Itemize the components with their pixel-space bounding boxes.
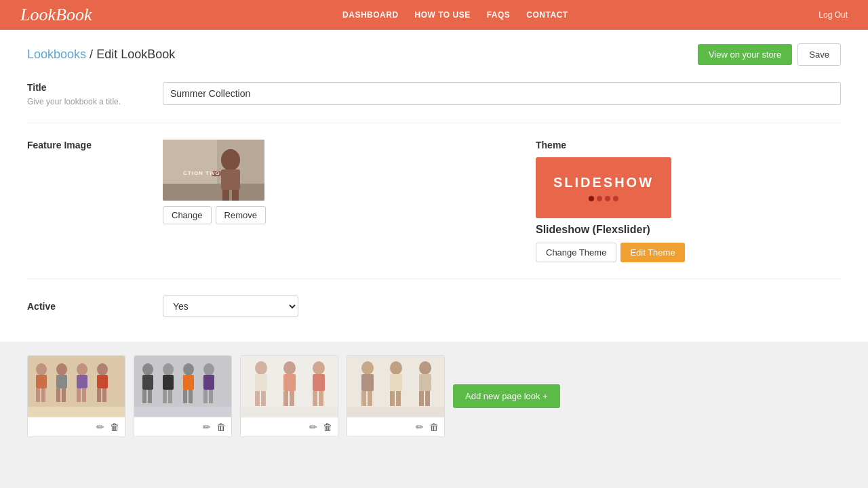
svg-rect-37	[183, 375, 194, 390]
svg-rect-12	[36, 388, 40, 402]
theme-dot-4	[613, 196, 618, 201]
title-input[interactable]	[163, 82, 841, 105]
svg-rect-21	[82, 388, 86, 402]
nav-contact[interactable]: CONTACT	[526, 10, 568, 20]
title-label: Title	[27, 82, 163, 93]
svg-rect-39	[189, 390, 193, 403]
delete-icon-4[interactable]: 🗑	[429, 422, 439, 432]
svg-rect-49	[261, 391, 266, 406]
theme-section: Theme SLIDESHOW Slideshow (Flexslider) C…	[536, 140, 841, 262]
feature-image-section: Feature Image	[27, 140, 536, 224]
svg-rect-20	[77, 388, 81, 402]
feature-image-thumbnail: CTION TWO	[163, 140, 264, 201]
main-content: Lookbooks / Edit LookBook View on your s…	[0, 30, 868, 342]
svg-point-68	[419, 361, 431, 375]
thumb-card-2: ✏ 🗑	[134, 355, 232, 437]
svg-point-60	[361, 361, 374, 375]
svg-point-18	[77, 363, 87, 375]
save-button[interactable]: Save	[797, 43, 841, 66]
svg-point-54	[313, 361, 325, 375]
svg-rect-34	[163, 390, 167, 403]
logo: LookBook	[20, 5, 92, 25]
svg-rect-52	[283, 391, 288, 406]
svg-rect-16	[56, 388, 60, 402]
svg-point-10	[36, 363, 47, 375]
remove-image-button[interactable]: Remove	[216, 206, 266, 224]
active-label: Active	[27, 301, 163, 312]
breadcrumb-separator: /	[90, 47, 93, 61]
delete-icon-3[interactable]: 🗑	[323, 422, 332, 432]
edit-icon-1[interactable]: ✏	[96, 422, 104, 432]
theme-dot-3	[605, 196, 610, 201]
add-page-look-button[interactable]: Add new page look +	[453, 384, 560, 408]
svg-rect-57	[319, 391, 323, 406]
main-nav: DASHBOARD HOW TO USE FAQS CONTACT	[342, 10, 568, 20]
svg-rect-47	[255, 374, 267, 391]
thumb-actions-2: ✏ 🗑	[134, 417, 231, 436]
svg-rect-24	[97, 388, 101, 402]
svg-rect-23	[97, 375, 108, 388]
thumb-card-4: ✏ 🗑	[347, 355, 445, 437]
svg-rect-38	[183, 390, 187, 403]
change-theme-button[interactable]: Change Theme	[536, 243, 616, 262]
thumb-card-3: ✏ 🗑	[240, 355, 338, 437]
delete-icon-1[interactable]: 🗑	[110, 422, 119, 432]
thumb-actions-1: ✏ 🗑	[28, 417, 125, 436]
svg-rect-35	[168, 390, 172, 403]
edit-icon-3[interactable]: ✏	[309, 422, 317, 432]
thumb4-svg	[347, 356, 445, 417]
svg-rect-11	[36, 375, 47, 388]
nav-faqs[interactable]: FAQS	[487, 10, 511, 20]
feature-image-svg: CTION TWO	[163, 140, 264, 201]
svg-rect-29	[142, 375, 153, 390]
svg-rect-42	[203, 390, 208, 403]
svg-point-22	[97, 363, 108, 375]
svg-rect-4	[221, 169, 240, 190]
nav-dashboard[interactable]: DASHBOARD	[342, 10, 399, 20]
svg-rect-55	[313, 374, 325, 391]
thumb-actions-3: ✏ 🗑	[241, 417, 338, 436]
svg-rect-13	[41, 388, 45, 402]
svg-rect-51	[283, 374, 296, 391]
edit-icon-2[interactable]: ✏	[203, 422, 211, 432]
theme-dot-1	[589, 196, 594, 201]
svg-rect-58	[241, 407, 338, 417]
svg-rect-30	[142, 390, 146, 403]
thumb-actions-4: ✏ 🗑	[347, 417, 444, 436]
logout-button[interactable]: Log Out	[818, 10, 848, 20]
svg-rect-44	[134, 407, 232, 417]
svg-point-32	[163, 363, 174, 375]
thumb-card-1: ✏ 🗑	[27, 355, 125, 437]
svg-point-3	[221, 149, 240, 171]
nav-how-to-use[interactable]: HOW TO USE	[415, 10, 471, 20]
thumb-image-4	[347, 356, 445, 417]
svg-rect-63	[368, 391, 372, 406]
svg-rect-33	[163, 375, 174, 390]
title-input-col	[163, 82, 841, 105]
theme-dots	[589, 196, 618, 201]
theme-preview: SLIDESHOW	[536, 157, 671, 218]
svg-rect-19	[77, 375, 87, 388]
svg-rect-15	[56, 375, 67, 388]
svg-rect-31	[148, 390, 152, 403]
thumb2-svg	[134, 356, 232, 417]
svg-rect-43	[209, 390, 213, 403]
edit-theme-button[interactable]: Edit Theme	[620, 243, 684, 262]
theme-buttons: Change Theme Edit Theme	[536, 243, 841, 262]
title-section: Title Give your lookbook a title.	[27, 82, 841, 123]
edit-icon-4[interactable]: ✏	[416, 422, 424, 432]
thumb3-svg	[241, 356, 338, 417]
svg-rect-69	[419, 374, 431, 391]
view-store-button[interactable]: View on your store	[698, 44, 792, 65]
active-select[interactable]: Yes No	[163, 296, 298, 317]
breadcrumb-row: Lookbooks / Edit LookBook View on your s…	[27, 43, 841, 66]
theme-name: Slideshow (Flexslider)	[536, 224, 841, 236]
svg-rect-70	[419, 391, 424, 406]
delete-icon-2[interactable]: 🗑	[216, 422, 226, 432]
svg-rect-65	[390, 374, 402, 391]
change-image-button[interactable]: Change	[163, 206, 212, 224]
svg-rect-72	[347, 407, 445, 417]
svg-rect-25	[102, 388, 106, 402]
svg-rect-66	[390, 391, 395, 406]
breadcrumb-lookbooks-link[interactable]: Lookbooks	[27, 47, 86, 61]
